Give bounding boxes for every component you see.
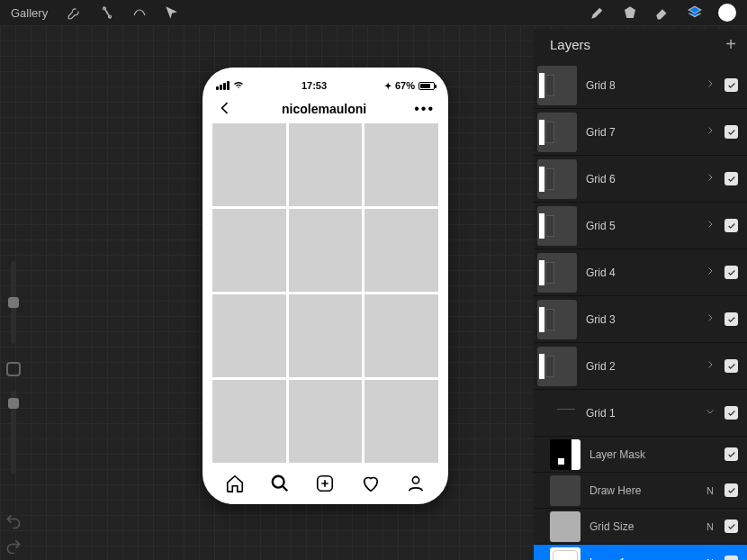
layers-panel: Layers + Grid 8 Grid 7 Grid 6 Grid 5 Gri… — [534, 29, 747, 560]
bottom-nav — [212, 463, 438, 499]
move-icon[interactable] — [163, 4, 181, 22]
sublayer-layer-1[interactable]: Layer 1 N — [534, 545, 747, 560]
adjustments-icon[interactable] — [98, 4, 116, 22]
home-icon — [225, 474, 245, 493]
eraser-icon[interactable] — [653, 4, 671, 22]
layers-icon[interactable] — [686, 4, 704, 22]
brush-icon[interactable] — [589, 4, 607, 22]
add-layer-button[interactable]: + — [725, 34, 736, 55]
sublayer-grid-size[interactable]: Grid Size N — [534, 509, 747, 545]
visibility-checkbox[interactable] — [724, 78, 738, 92]
color-picker-circle[interactable] — [718, 4, 736, 22]
chevron-down-icon — [705, 406, 716, 420]
wifi-icon — [233, 79, 244, 92]
eyedropper-button[interactable] — [6, 362, 21, 376]
layer-group-grid3[interactable]: Grid 3 — [534, 296, 747, 343]
brush-size-slider[interactable] — [11, 261, 16, 344]
instagram-grid — [212, 123, 438, 463]
chevron-right-icon — [705, 78, 716, 92]
phone-mockup: 17:53 ✦ 67% nicolemauloni ••• — [202, 68, 448, 504]
grid-cell — [289, 380, 363, 463]
wrench-icon[interactable] — [66, 4, 84, 22]
chevron-right-icon — [705, 172, 716, 185]
profile-username: nicolemauloni — [282, 102, 366, 116]
grid-cell — [212, 380, 286, 463]
chevron-right-icon — [705, 266, 716, 279]
layer-group-grid1[interactable]: Grid 1 — [534, 390, 747, 437]
selection-icon[interactable] — [130, 4, 148, 22]
svg-point-4 — [412, 477, 418, 483]
visibility-checkbox[interactable] — [724, 483, 738, 497]
grid-cell — [289, 209, 363, 292]
search-icon — [270, 474, 290, 493]
signal-icon — [216, 81, 230, 90]
layer-group-grid5[interactable]: Grid 5 — [534, 203, 747, 249]
sublayer-draw-here[interactable]: Draw Here N — [534, 473, 747, 509]
grid-cell — [212, 209, 286, 292]
grid-cell — [364, 123, 438, 206]
sublayer-layer-mask[interactable]: Layer Mask — [534, 437, 747, 473]
redo-icon[interactable] — [4, 537, 22, 555]
chevron-right-icon — [705, 219, 716, 232]
chevron-right-icon — [705, 312, 716, 326]
chevron-right-icon — [705, 125, 716, 139]
phone-time: 17:53 — [302, 80, 327, 91]
visibility-checkbox[interactable] — [724, 519, 738, 533]
grid-cell — [289, 294, 363, 377]
visibility-checkbox[interactable] — [724, 447, 738, 461]
bluetooth-icon: ✦ — [384, 81, 392, 91]
svg-point-2 — [273, 476, 284, 488]
grid-cell — [212, 123, 286, 206]
add-post-icon — [315, 474, 335, 493]
top-toolbar: Gallery — [0, 0, 747, 25]
smudge-icon[interactable] — [621, 4, 639, 22]
grid-cell — [289, 123, 363, 206]
profile-icon — [406, 474, 426, 493]
grid-cell — [364, 294, 438, 377]
visibility-checkbox[interactable] — [724, 125, 738, 139]
layer-group-grid7[interactable]: Grid 7 — [534, 109, 747, 156]
layer-group-grid8[interactable]: Grid 8 — [534, 62, 747, 109]
layer-group-grid6[interactable]: Grid 6 — [534, 156, 747, 203]
more-icon: ••• — [414, 101, 435, 117]
layer-group-grid4[interactable]: Grid 4 — [534, 249, 747, 296]
grid-cell — [212, 294, 286, 377]
grid-cell — [364, 380, 438, 463]
layers-title: Layers — [550, 37, 590, 52]
chevron-right-icon — [705, 359, 716, 373]
heart-icon — [361, 474, 381, 493]
battery-icon — [418, 82, 435, 90]
battery-percent: 67% — [395, 80, 415, 91]
visibility-checkbox[interactable] — [724, 219, 738, 232]
gallery-button[interactable]: Gallery — [11, 6, 48, 20]
visibility-checkbox[interactable] — [724, 555, 738, 560]
visibility-checkbox[interactable] — [724, 266, 738, 279]
undo-icon[interactable] — [4, 512, 22, 530]
left-sliders — [5, 261, 22, 474]
back-icon — [216, 99, 234, 120]
visibility-checkbox[interactable] — [724, 172, 738, 185]
visibility-checkbox[interactable] — [724, 406, 738, 420]
phone-status-bar: 17:53 ✦ 67% — [212, 77, 438, 95]
opacity-slider[interactable] — [11, 391, 16, 474]
layer-group-grid2[interactable]: Grid 2 — [534, 343, 747, 390]
visibility-checkbox[interactable] — [724, 312, 738, 326]
visibility-checkbox[interactable] — [724, 359, 738, 373]
grid-cell — [364, 209, 438, 292]
